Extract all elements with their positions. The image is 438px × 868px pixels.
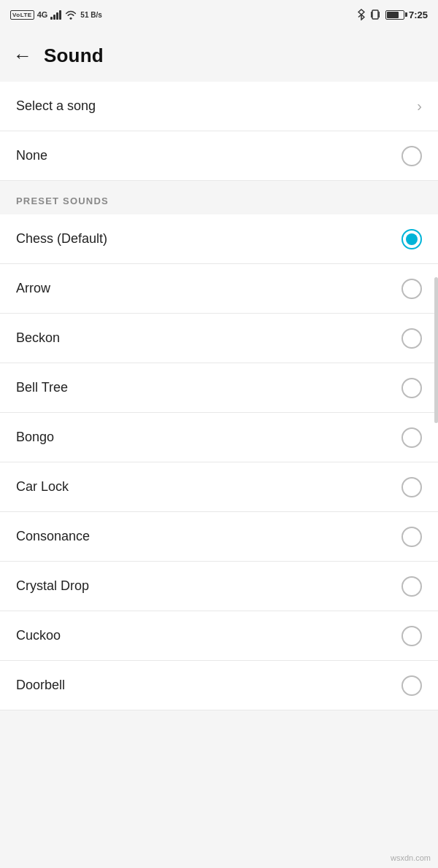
- signal-bars: [50, 9, 61, 20]
- sound-item-label-cuckoo: Cuckoo: [16, 628, 61, 643]
- select-song-row[interactable]: Select a song ›: [0, 82, 438, 131]
- sound-item-beckon[interactable]: Beckon: [0, 314, 438, 363]
- status-bar: VoLTE 4G 51 B/s 7:25: [0, 0, 438, 29]
- sound-item-cuckoo[interactable]: Cuckoo: [0, 611, 438, 661]
- sound-item-arrow[interactable]: Arrow: [0, 264, 438, 314]
- svg-rect-1: [371, 12, 372, 18]
- vibrate-icon: [369, 9, 381, 20]
- radio-button-consonance[interactable]: [402, 527, 422, 547]
- radio-button-doorbell[interactable]: [402, 675, 422, 696]
- sound-item-bongo[interactable]: Bongo: [0, 413, 438, 462]
- sound-item-consonance[interactable]: Consonance: [0, 512, 438, 562]
- sound-item-label-consonance: Consonance: [16, 529, 90, 544]
- time-display: 7:25: [409, 9, 428, 20]
- radio-button-beckon[interactable]: [402, 328, 422, 349]
- sound-item-label-beckon: Beckon: [16, 330, 60, 346]
- sound-item-label-bongo: Bongo: [16, 430, 54, 445]
- sound-item-label-chess: Chess (Default): [16, 231, 107, 247]
- sound-item-chess[interactable]: Chess (Default): [0, 214, 438, 264]
- sound-item-label-car-lock: Car Lock: [16, 479, 69, 495]
- svg-rect-2: [378, 12, 380, 18]
- radio-button-crystal-drop[interactable]: [402, 576, 422, 597]
- sound-item-car-lock[interactable]: Car Lock: [0, 462, 438, 512]
- sound-item-doorbell[interactable]: Doorbell: [0, 661, 438, 710]
- sound-item-crystal-drop[interactable]: Crystal Drop: [0, 562, 438, 611]
- radio-button-bongo[interactable]: [402, 427, 422, 448]
- radio-button-chess[interactable]: [402, 229, 422, 249]
- radio-button-arrow[interactable]: [402, 279, 422, 299]
- none-radio-button[interactable]: [402, 146, 422, 166]
- radio-button-car-lock[interactable]: [402, 477, 422, 497]
- bluetooth-icon: [358, 9, 365, 20]
- battery-icon: [385, 10, 404, 20]
- app-header: ← Sound: [0, 29, 438, 82]
- sound-item-bell-tree[interactable]: Bell Tree: [0, 363, 438, 413]
- chevron-right-icon: ›: [417, 98, 422, 115]
- status-left: VoLTE 4G 51 B/s: [10, 9, 102, 20]
- scrollbar[interactable]: [434, 277, 438, 423]
- none-option-row[interactable]: None: [0, 131, 438, 181]
- radio-button-cuckoo[interactable]: [402, 626, 422, 646]
- volte-badge: VoLTE: [10, 10, 34, 20]
- sound-list: Chess (Default)ArrowBeckonBell TreeBongo…: [0, 214, 438, 710]
- section-header-label: PRESET SOUNDS: [16, 195, 109, 206]
- sound-item-label-crystal-drop: Crystal Drop: [16, 578, 89, 594]
- back-button[interactable]: ←: [13, 46, 32, 65]
- wifi-icon: [64, 9, 77, 20]
- page-title: Sound: [44, 44, 104, 67]
- watermark: wsxdn.com: [391, 853, 431, 862]
- svg-rect-0: [372, 10, 378, 19]
- data-speed: 51 B/s: [80, 11, 101, 19]
- sound-item-label-arrow: Arrow: [16, 281, 50, 296]
- sound-item-label-doorbell: Doorbell: [16, 678, 65, 693]
- select-song-label: Select a song: [16, 98, 96, 114]
- status-right: 7:25: [358, 9, 428, 20]
- sound-item-label-bell-tree: Bell Tree: [16, 380, 68, 395]
- signal-4g: 4G: [37, 10, 48, 19]
- radio-button-bell-tree[interactable]: [402, 378, 422, 398]
- preset-sounds-section-header: PRESET SOUNDS: [0, 181, 438, 214]
- none-label: None: [16, 148, 47, 163]
